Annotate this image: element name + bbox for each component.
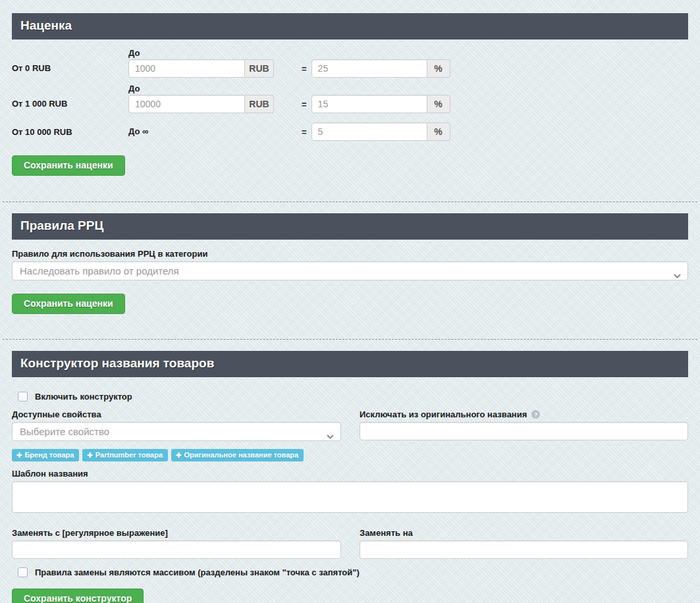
enable-constructor-row: Включить конструктор bbox=[18, 392, 688, 402]
markup-percent-input-group: % bbox=[311, 59, 450, 78]
tag-label: Оригинальное название товара bbox=[184, 451, 298, 459]
save-markup-button[interactable]: Сохранить наценки bbox=[12, 155, 125, 176]
exclude-original-input[interactable] bbox=[360, 422, 688, 440]
template-label: Шаблон названия bbox=[12, 469, 688, 479]
rrc-rule-select[interactable]: Наследовать правило от родителя bbox=[12, 261, 688, 280]
markup-percent-input-group: % bbox=[311, 122, 450, 141]
rrc-rule-select-value: Наследовать правило от родителя bbox=[20, 265, 179, 276]
markup-row: От 0 RUB До RUB = % bbox=[12, 48, 688, 78]
page-content: Наценка От 0 RUB До RUB = % От 1 000 RUB… bbox=[0, 0, 700, 603]
rub-addon: RUB bbox=[245, 59, 274, 78]
save-rrc-button[interactable]: Сохранить наценки bbox=[12, 294, 125, 314]
markup-row: От 10 000 RUB До ∞ = % bbox=[12, 122, 688, 141]
markup-from-label: От 0 RUB bbox=[12, 48, 128, 78]
markup-percent-input[interactable] bbox=[311, 95, 427, 113]
available-props-select-value: Выберите свойство bbox=[20, 426, 109, 437]
plus-icon: ✚ bbox=[16, 452, 22, 459]
chevron-down-icon bbox=[674, 269, 681, 281]
markup-row: От 1 000 RUB До RUB = % bbox=[12, 84, 688, 113]
replace-from-label: Заменять с [регулярное выражение] bbox=[12, 528, 341, 538]
tag-original-name[interactable]: ✚Оригинальное название товара bbox=[171, 449, 304, 461]
rrc-section-header: Правила РРЦ bbox=[12, 213, 688, 240]
array-rules-row: Правила замены являются массивом (раздел… bbox=[18, 567, 688, 577]
rrc-section-title: Правила РРЦ bbox=[20, 219, 103, 232]
plus-icon: ✚ bbox=[176, 452, 181, 459]
array-rules-label[interactable]: Правила замены являются массивом (раздел… bbox=[35, 567, 360, 577]
percent-addon: % bbox=[427, 59, 450, 78]
chevron-down-icon bbox=[327, 430, 334, 442]
markup-to-label: До bbox=[128, 84, 302, 95]
template-textarea[interactable] bbox=[12, 481, 688, 513]
markup-to-input[interactable] bbox=[128, 95, 245, 113]
constructor-section-title: Конструктор названия товаров bbox=[20, 356, 214, 370]
tag-brand[interactable]: ✚Бренд товара bbox=[12, 449, 79, 461]
replace-from-input[interactable] bbox=[12, 540, 341, 559]
percent-addon: % bbox=[427, 122, 450, 141]
tag-label: Partnumber товара bbox=[95, 451, 163, 459]
help-icon[interactable]: ? bbox=[531, 410, 540, 419]
markup-from-label: От 1 000 RUB bbox=[12, 84, 128, 113]
constructor-section-header: Конструктор названия товаров bbox=[12, 351, 688, 377]
replace-to-input[interactable] bbox=[360, 540, 688, 559]
array-rules-checkbox[interactable] bbox=[18, 567, 28, 577]
available-props-select[interactable]: Выберите свойство bbox=[12, 422, 341, 441]
save-constructor-button[interactable]: Сохранить конструктор bbox=[12, 589, 144, 603]
markup-to-input-group: RUB bbox=[128, 95, 302, 113]
replace-to-label: Заменять на bbox=[360, 528, 688, 538]
markup-section-title: Наценка bbox=[20, 18, 72, 32]
available-props-label: Доступные свойства bbox=[12, 409, 341, 419]
markup-to-label: До bbox=[128, 48, 302, 59]
section-divider bbox=[3, 201, 697, 202]
markup-to-input-group: RUB bbox=[128, 59, 302, 78]
percent-addon: % bbox=[427, 95, 450, 113]
rub-addon: RUB bbox=[245, 95, 274, 113]
markup-percent-input-group: % bbox=[311, 95, 450, 113]
rrc-rule-label: Правило для использования РРЦ в категори… bbox=[12, 249, 688, 259]
equals-sign: = bbox=[302, 99, 307, 109]
markup-section-header: Наценка bbox=[12, 13, 688, 39]
enable-constructor-checkbox[interactable] bbox=[18, 392, 28, 402]
markup-to-input[interactable] bbox=[128, 59, 245, 78]
section-divider bbox=[3, 339, 697, 340]
equals-sign: = bbox=[302, 127, 307, 137]
markup-from-label: От 10 000 RUB bbox=[12, 127, 128, 137]
markup-percent-input[interactable] bbox=[311, 122, 427, 141]
equals-sign: = bbox=[302, 64, 307, 74]
markup-percent-input[interactable] bbox=[311, 59, 427, 78]
plus-icon: ✚ bbox=[87, 452, 92, 459]
enable-constructor-label[interactable]: Включить конструктор bbox=[35, 392, 132, 402]
tag-partnumber[interactable]: ✚Partnumber товара bbox=[82, 449, 168, 461]
replace-grid: Заменять с [регулярное выражение] Заменя… bbox=[12, 528, 688, 559]
tag-label: Бренд товара bbox=[24, 451, 74, 459]
props-exclude-grid: Доступные свойства Выберите свойство ✚Бр… bbox=[12, 409, 688, 461]
markup-to-infinity-label: До ∞ bbox=[128, 126, 302, 138]
property-tags-row: ✚Бренд товара ✚Partnumber товара ✚Оригин… bbox=[12, 449, 341, 461]
exclude-original-label: Исключать из оригинального названия bbox=[360, 409, 527, 419]
